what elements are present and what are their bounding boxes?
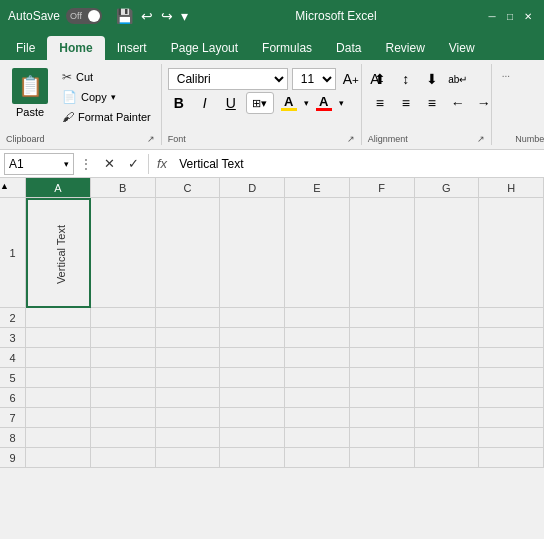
cell-b7[interactable] <box>91 408 156 428</box>
cell-e3[interactable] <box>285 328 350 348</box>
row-header-6[interactable]: 6 <box>0 388 25 408</box>
formula-input[interactable] <box>175 153 540 175</box>
clipboard-expand-icon[interactable]: ↗ <box>147 134 155 144</box>
cell-d3[interactable] <box>220 328 285 348</box>
align-top-btn[interactable]: ⬆ <box>368 68 392 90</box>
row-header-2[interactable]: 2 <box>0 308 25 328</box>
cell-b3[interactable] <box>91 328 156 348</box>
cell-h8[interactable] <box>479 428 544 448</box>
save-icon[interactable]: 💾 <box>116 8 133 24</box>
cell-h5[interactable] <box>479 368 544 388</box>
cell-c4[interactable] <box>156 348 221 368</box>
cell-h4[interactable] <box>479 348 544 368</box>
cell-c8[interactable] <box>156 428 221 448</box>
cell-a2[interactable] <box>26 308 91 328</box>
copy-dropdown-icon[interactable]: ▾ <box>111 92 116 102</box>
align-right-btn[interactable]: ≡ <box>420 92 444 114</box>
cell-b2[interactable] <box>91 308 156 328</box>
col-header-c[interactable]: C <box>156 178 221 197</box>
cell-ref-dropdown-icon[interactable]: ▾ <box>64 159 69 169</box>
cell-h6[interactable] <box>479 388 544 408</box>
paste-button[interactable]: 📋 Paste <box>6 64 54 122</box>
cell-a4[interactable] <box>26 348 91 368</box>
cell-a3[interactable] <box>26 328 91 348</box>
cell-e8[interactable] <box>285 428 350 448</box>
cell-b6[interactable] <box>91 388 156 408</box>
row-header-corner[interactable]: ▲ <box>0 178 26 198</box>
cell-e6[interactable] <box>285 388 350 408</box>
cell-g9[interactable] <box>415 448 480 468</box>
cell-f6[interactable] <box>350 388 415 408</box>
cell-a9[interactable] <box>26 448 91 468</box>
cell-a8[interactable] <box>26 428 91 448</box>
cell-c7[interactable] <box>156 408 221 428</box>
border-button[interactable]: ⊞▾ <box>246 92 274 114</box>
col-header-e[interactable]: E <box>285 178 350 197</box>
row-header-3[interactable]: 3 <box>0 328 25 348</box>
tab-home[interactable]: Home <box>47 36 104 60</box>
cell-e7[interactable] <box>285 408 350 428</box>
row-header-5[interactable]: 5 <box>0 368 25 388</box>
cell-g1[interactable] <box>415 198 480 308</box>
tab-page-layout[interactable]: Page Layout <box>159 36 250 60</box>
align-left-btn[interactable]: ≡ <box>368 92 392 114</box>
cell-d4[interactable] <box>220 348 285 368</box>
font-color-dropdown-icon[interactable]: ▾ <box>339 98 344 108</box>
cell-d9[interactable] <box>220 448 285 468</box>
col-header-h[interactable]: H <box>479 178 544 197</box>
undo-icon[interactable]: ↩ <box>141 8 153 24</box>
cell-f2[interactable] <box>350 308 415 328</box>
tab-data[interactable]: Data <box>324 36 373 60</box>
col-header-g[interactable]: G <box>415 178 480 197</box>
cell-a7[interactable] <box>26 408 91 428</box>
col-header-d[interactable]: D <box>220 178 285 197</box>
cell-e5[interactable] <box>285 368 350 388</box>
cancel-formula-btn[interactable]: ✕ <box>98 153 120 175</box>
cell-g7[interactable] <box>415 408 480 428</box>
cell-c6[interactable] <box>156 388 221 408</box>
cell-g8[interactable] <box>415 428 480 448</box>
italic-button[interactable]: I <box>194 92 216 114</box>
bold-button[interactable]: B <box>168 92 190 114</box>
cell-a6[interactable] <box>26 388 91 408</box>
cell-d6[interactable] <box>220 388 285 408</box>
cell-c2[interactable] <box>156 308 221 328</box>
cell-f4[interactable] <box>350 348 415 368</box>
cell-b5[interactable] <box>91 368 156 388</box>
cell-h1[interactable] <box>479 198 544 308</box>
indent-decrease-btn[interactable]: ← <box>446 92 470 114</box>
cell-h2[interactable] <box>479 308 544 328</box>
font-color-button[interactable]: A <box>313 92 335 114</box>
cell-h7[interactable] <box>479 408 544 428</box>
cell-b9[interactable] <box>91 448 156 468</box>
row-header-4[interactable]: 4 <box>0 348 25 368</box>
cell-d5[interactable] <box>220 368 285 388</box>
row-header-1[interactable]: 1 <box>0 198 25 308</box>
row-header-9[interactable]: 9 <box>0 448 25 468</box>
highlight-dropdown-icon[interactable]: ▾ <box>304 98 309 108</box>
cell-c1[interactable] <box>156 198 221 308</box>
tab-review[interactable]: Review <box>373 36 436 60</box>
cell-g4[interactable] <box>415 348 480 368</box>
maximize-btn[interactable]: □ <box>502 8 518 24</box>
cell-d7[interactable] <box>220 408 285 428</box>
cell-a5[interactable] <box>26 368 91 388</box>
align-middle-btn[interactable]: ↕ <box>394 68 418 90</box>
cell-d2[interactable] <box>220 308 285 328</box>
tab-file[interactable]: File <box>4 36 47 60</box>
cell-f5[interactable] <box>350 368 415 388</box>
redo-icon[interactable]: ↪ <box>161 8 173 24</box>
minimize-btn[interactable]: ─ <box>484 8 500 24</box>
row-header-7[interactable]: 7 <box>0 408 25 428</box>
align-center-btn[interactable]: ≡ <box>394 92 418 114</box>
cell-g2[interactable] <box>415 308 480 328</box>
cell-e1[interactable] <box>285 198 350 308</box>
cell-g5[interactable] <box>415 368 480 388</box>
cut-button[interactable]: ✂ Cut <box>58 68 155 86</box>
cell-h3[interactable] <box>479 328 544 348</box>
cell-e9[interactable] <box>285 448 350 468</box>
cell-f8[interactable] <box>350 428 415 448</box>
row-header-8[interactable]: 8 <box>0 428 25 448</box>
cell-c5[interactable] <box>156 368 221 388</box>
cell-b8[interactable] <box>91 428 156 448</box>
